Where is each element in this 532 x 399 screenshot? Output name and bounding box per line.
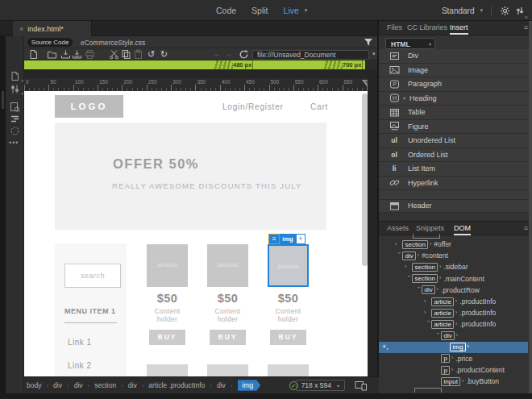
open-file-icon[interactable] [47,49,57,60]
tag-selector-item[interactable]: body [27,381,41,389]
dom-node-productcontent[interactable]: p .productContent [379,364,528,376]
print-icon[interactable] [85,49,95,60]
related-css-file[interactable]: eCommerceStyle.css [81,39,145,47]
expand-arrow-icon[interactable]: › [425,321,431,328]
buy-button[interactable]: BUY [210,330,246,345]
insert-item-header[interactable]: Header [379,199,529,214]
sidebar-link-2[interactable]: Link 2 [68,361,92,370]
refresh-icon[interactable] [239,49,249,60]
sync-settings-icon[interactable] [516,6,524,16]
live-view-page[interactable]: LOGO Login/Register Cart OFFER 50% REALL… [24,91,368,376]
expand-arrow-icon[interactable]: › [424,298,431,305]
insert-item-paragraph[interactable]: P Paragraph [379,77,529,92]
code-view-button[interactable]: Code [216,6,236,15]
expand-arrow-icon[interactable]: › [424,310,431,316]
dom-node-productinfo[interactable]: › article .productInfo [379,307,528,318]
product-image-placeholder[interactable]: 200X200 [147,244,188,287]
insert-item-table[interactable]: Table [379,106,529,120]
tab-cc-libraries[interactable]: CC Libraries [407,23,447,31]
product-image-placeholder[interactable]: 200X200 [207,244,248,287]
live-source-icon[interactable] [10,102,20,112]
tag-selector-item[interactable]: div [74,381,83,389]
tag-selector-item[interactable]: section [94,381,116,389]
paste-icon[interactable] [133,49,143,60]
document-tab[interactable]: × index.html* [13,21,92,36]
filter-icon[interactable] [364,38,373,47]
dom-node-sidebar[interactable]: › section .sidebar [379,261,528,272]
insert-item-hyperlink[interactable]: Hyperlink [379,177,529,191]
workspace-label[interactable]: Standard [442,6,475,15]
back-icon[interactable]: ← [214,48,222,60]
cut-icon[interactable] [109,49,119,60]
extract-panel-icon[interactable]: ▾ [10,84,20,94]
tab-dom[interactable]: DOM [454,224,471,232]
insert-item-heading[interactable]: H ▾ Heading [379,92,529,106]
tab-assets[interactable]: Assets [387,224,409,232]
more-tools-icon[interactable]: ••• [9,139,19,147]
panel-menu-icon[interactable]: ≡ [524,23,528,31]
tab-files[interactable]: Files [387,23,402,31]
tag-selector-item[interactable]: div [217,381,226,389]
insert-category-select[interactable]: HTML ▾ [385,38,435,49]
url-field[interactable]: file:///Unsaved_Document [252,50,369,60]
tag-selector-item[interactable]: article .productInfo [148,381,205,389]
site-logo[interactable]: LOGO [55,95,123,118]
element-display-tag[interactable]: img [280,234,296,244]
panel-scrollbar[interactable] [529,21,532,393]
panel-collapse-icon[interactable]: » [525,14,527,21]
dom-outline-icon[interactable] [10,114,20,124]
insert-item-image[interactable]: Image [379,64,529,78]
insert-item-unordered-list[interactable]: ul Unordered List [379,134,529,148]
file-management-icon[interactable]: ▾ [10,71,20,81]
product-image-placeholder-selected[interactable]: 200X200 [268,244,309,287]
add-element-icon[interactable]: +, [382,343,389,351]
tab-insert[interactable]: Insert [450,23,468,31]
guides-icon[interactable] [10,126,20,136]
tag-selector-item[interactable]: div [128,381,137,389]
url-menu-icon[interactable]: ▾ [372,51,376,57]
expand-arrow-icon[interactable]: › [405,275,412,282]
redo-icon[interactable]: ↻ [160,48,168,60]
tab-snippets[interactable]: Snippets [416,224,444,232]
dom-node-div[interactable]: › div [379,330,528,342]
dom-node-buybutton[interactable]: input .buyButton [379,376,528,387]
undo-icon[interactable]: ↺ [148,48,155,60]
expand-arrow-icon[interactable]: › [434,332,441,339]
sidebar-link-1[interactable]: Link 1 [68,338,92,347]
dom-node-img-selected[interactable]: +, img [379,342,528,353]
nav-login-register[interactable]: Login/Register [222,102,284,111]
breakpoint-480[interactable]: 480 px [214,60,252,69]
element-display-hamburger-icon[interactable]: ≡ [268,234,280,244]
new-file-icon[interactable] [28,49,39,60]
product-card[interactable]: 200X200 $50 Content holder BUY [207,244,248,345]
nav-cart[interactable]: Cart [310,102,328,111]
window-size-selector[interactable]: 718 x 594 ▾ [296,380,345,391]
tag-selector-item[interactable]: div [53,381,62,389]
workspace-menu-icon[interactable]: ▾ [480,7,483,14]
insert-item-div[interactable]: Div [379,49,529,64]
page-scrollbar[interactable] [362,94,368,266]
buy-button[interactable]: BUY [149,330,185,345]
live-view-button[interactable]: Live [284,6,299,15]
panel-menu-icon[interactable]: ≡ [524,224,528,232]
heading-submenu-icon[interactable]: ▾ [403,95,405,101]
insert-item-ordered-list[interactable]: ol Ordered List [379,148,529,163]
expand-arrow-icon[interactable]: › [395,241,402,247]
search-input[interactable]: search [64,264,121,288]
insert-item-figure[interactable]: Figure [379,120,529,135]
dom-node-content[interactable]: › div #content [379,250,528,261]
source-code-button[interactable]: Source Code [27,38,73,47]
expand-arrow-icon[interactable]: › [415,286,422,293]
media-query-bar[interactable]: 480 px 700 px [24,60,365,69]
dom-node-price[interactable]: p .price [379,353,528,364]
product-card[interactable]: 200X200 $50 Content holder BUY [147,244,188,345]
device-preview-icon[interactable] [355,380,368,391]
save-icon[interactable] [60,49,71,60]
live-view-menu-icon[interactable]: ▾ [305,7,308,14]
gear-icon[interactable] [500,6,510,16]
breakpoint-700[interactable]: 700 px [324,60,362,69]
product-card-selected[interactable]: ≡ img + 200X200 $50 Content holder BUY [268,244,309,345]
close-tab-icon[interactable]: × [19,25,23,33]
expand-arrow-icon[interactable]: › [405,264,412,270]
dom-node-productinfo[interactable]: › article .productInfo [379,318,528,330]
